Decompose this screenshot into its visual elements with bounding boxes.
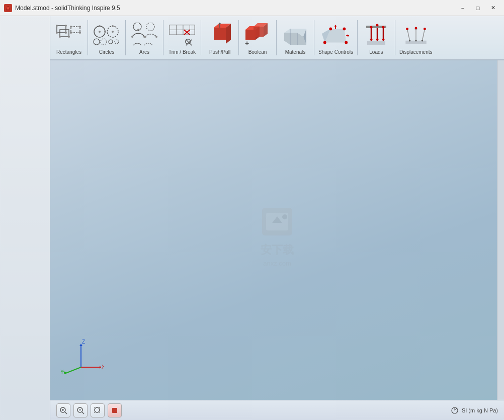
separator-3: [163, 20, 163, 55]
svg-point-99: [282, 214, 287, 219]
trim-break-label: Trim / Break: [169, 49, 196, 55]
tool-shape-controls[interactable]: Shape Controls: [315, 18, 356, 57]
title-bar: Model.stmod - solidThinking Inspire 9.5 …: [0, 0, 504, 16]
svg-point-20: [112, 25, 114, 27]
svg-marker-104: [100, 366, 101, 369]
status-text: SI (m kg N Pa): [462, 407, 498, 413]
circles-label: Circles: [99, 49, 115, 55]
svg-line-112: [65, 412, 67, 414]
zoom-out-button[interactable]: [73, 403, 88, 417]
svg-point-94: [409, 40, 410, 41]
svg-point-7: [65, 32, 67, 34]
svg-point-92: [414, 27, 417, 29]
arcs-label: Arcs: [139, 49, 149, 55]
tool-displacements[interactable]: Displacements: [396, 18, 436, 57]
tool-boolean[interactable]: + Boolean: [240, 18, 275, 57]
svg-point-93: [424, 28, 426, 30]
svg-point-95: [415, 40, 416, 41]
displacements-icon: [401, 22, 431, 48]
svg-line-89: [422, 29, 425, 41]
svg-point-32: [146, 23, 154, 31]
close-button[interactable]: ✕: [486, 3, 500, 14]
loads-label: Loads: [369, 49, 383, 55]
svg-rect-3: [60, 30, 69, 37]
window-title: Model.stmod - solidThinking Inspire 9.5: [15, 5, 120, 12]
svg-line-85: [407, 29, 409, 41]
left-sidebar: [0, 16, 50, 420]
circles-icon: [92, 22, 121, 48]
svg-point-29: [144, 36, 146, 38]
svg-text:Y: Y: [60, 369, 64, 375]
separator-6: [276, 20, 277, 55]
svg-line-106: [64, 367, 81, 374]
svg-point-1: [7, 7, 9, 9]
tool-loads[interactable]: Loads: [359, 18, 394, 57]
rectangles-label: Rectangles: [56, 49, 81, 55]
svg-point-5: [65, 25, 67, 27]
push-pull-icon: [205, 22, 234, 48]
svg-text:X: X: [102, 364, 104, 370]
svg-point-69: [329, 28, 332, 31]
tool-materials[interactable]: Materials: [278, 18, 313, 57]
svg-point-17: [99, 25, 101, 27]
separator-1: [88, 20, 88, 55]
svg-text:Z: Z: [82, 340, 85, 345]
tool-arcs[interactable]: Arcs: [127, 18, 162, 57]
svg-rect-97: [262, 208, 292, 235]
svg-point-83: [382, 26, 384, 29]
svg-point-25: [115, 40, 119, 44]
tool-rectangles[interactable]: Rectangles: [51, 18, 87, 57]
tool-trim-break[interactable]: Trim / Break: [164, 18, 200, 57]
trim-break-icon: [167, 22, 197, 48]
svg-rect-54: [254, 27, 264, 37]
svg-point-82: [376, 24, 378, 27]
tool-push-pull[interactable]: Push/Pull: [202, 18, 237, 57]
bottom-toolbar: SI (m kg N Pa): [50, 400, 504, 420]
boolean-label: Boolean: [248, 49, 267, 55]
svg-point-16: [99, 31, 101, 33]
svg-point-96: [422, 40, 423, 41]
zoom-in-button[interactable]: [56, 403, 70, 417]
svg-text:+: +: [245, 39, 249, 47]
svg-rect-46: [214, 28, 226, 40]
svg-point-71: [323, 41, 326, 44]
app-icon: [4, 4, 12, 12]
svg-line-115: [82, 412, 84, 414]
axis-indicator: Z X Y: [58, 340, 104, 375]
maximize-button[interactable]: □: [471, 3, 485, 14]
svg-rect-98: [266, 213, 288, 230]
svg-marker-50: [218, 23, 221, 24]
svg-marker-68: [348, 34, 350, 37]
svg-point-72: [345, 41, 348, 44]
tool-circles[interactable]: Circles: [89, 18, 124, 57]
svg-point-31: [133, 23, 141, 31]
materials-label: Materials: [285, 49, 306, 55]
separator-5: [238, 20, 239, 55]
svg-point-12: [79, 26, 81, 28]
svg-point-13: [70, 32, 72, 34]
fit-button[interactable]: [91, 403, 105, 417]
svg-point-22: [94, 39, 100, 45]
svg-rect-10: [71, 27, 80, 33]
loads-icon: [362, 22, 391, 48]
svg-rect-2: [57, 26, 66, 33]
watermark: 安下载 anxz.com: [257, 200, 297, 267]
svg-point-14: [79, 32, 81, 34]
minimize-button[interactable]: −: [456, 3, 470, 14]
svg-point-9: [59, 36, 61, 38]
svg-point-8: [68, 36, 70, 38]
svg-marker-77: [375, 39, 379, 41]
svg-point-26: [131, 36, 133, 38]
scrollbar-right[interactable]: [497, 60, 504, 400]
svg-point-6: [56, 32, 58, 34]
bottom-tools-left: [56, 403, 122, 417]
canvas-area[interactable]: 安下载 anxz.com Z X Y: [50, 60, 504, 420]
status-bar-right: SI (m kg N Pa): [451, 406, 498, 414]
svg-line-123: [455, 408, 457, 410]
watermark-text: 安下载: [261, 242, 294, 258]
displacements-label: Displacements: [399, 49, 433, 55]
title-bar-left: Model.stmod - solidThinking Inspire 9.5: [4, 4, 120, 12]
record-button[interactable]: [108, 403, 122, 417]
watermark-sub: anxz.com: [263, 260, 291, 267]
svg-point-23: [101, 39, 107, 45]
